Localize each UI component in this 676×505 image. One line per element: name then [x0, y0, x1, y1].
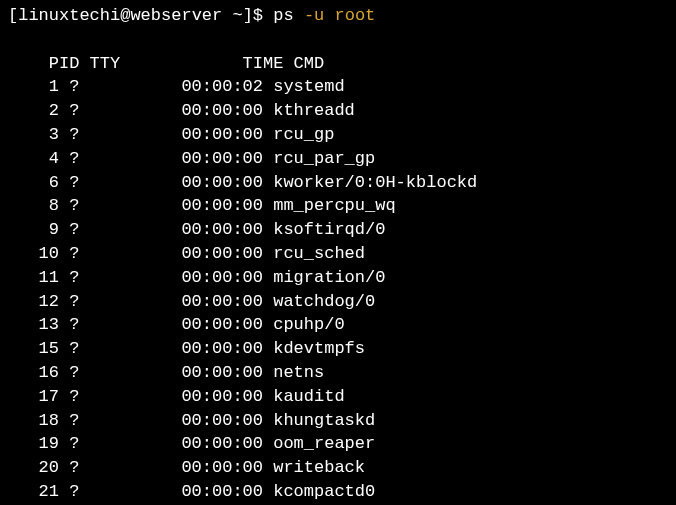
cmd-value: kthreadd [263, 99, 355, 123]
tty-value: ? [59, 75, 100, 99]
tty-value: ? [59, 313, 100, 337]
time-value: 00:00:00 [100, 99, 263, 123]
prompt-dollar: $ [253, 4, 273, 28]
cmd-value: rcu_sched [263, 242, 365, 266]
cmd-value: kdevtmpfs [263, 337, 365, 361]
time-value: 00:00:00 [100, 290, 263, 314]
tty-value: ? [59, 361, 100, 385]
pid-value: 6 [8, 171, 59, 195]
cmd-value: cpuhp/0 [263, 313, 345, 337]
cmd-value: kauditd [263, 385, 345, 409]
table-row: 20?00:00:00writeback [8, 456, 668, 480]
table-row: 16?00:00:00netns [8, 361, 668, 385]
cmd-value: writeback [263, 456, 365, 480]
header-cmd: CMD [283, 52, 324, 76]
pid-value: 19 [8, 432, 59, 456]
pid-value: 15 [8, 337, 59, 361]
header-tty: TTY [79, 52, 120, 76]
pid-value: 17 [8, 385, 59, 409]
prompt-user-host: linuxtechi@webserver [18, 4, 222, 28]
ps-output-header: PIDTTYTIMECMD [8, 28, 668, 76]
prompt-close-bracket: ] [243, 4, 253, 28]
ps-output-rows: 1?00:00:02systemd2?00:00:00kthreadd3?00:… [8, 75, 668, 505]
table-row: 8?00:00:00mm_percpu_wq [8, 194, 668, 218]
time-value: 00:00:00 [100, 266, 263, 290]
cmd-value: mm_percpu_wq [263, 194, 396, 218]
table-row: 18?00:00:00khungtaskd [8, 409, 668, 433]
time-value: 00:00:00 [100, 337, 263, 361]
time-value: 00:00:00 [100, 432, 263, 456]
table-row: 13?00:00:00cpuhp/0 [8, 313, 668, 337]
tty-value: ? [59, 99, 100, 123]
table-row: 21?00:00:00kcompactd0 [8, 480, 668, 504]
shell-prompt[interactable]: [linuxtechi@webserver ~]$ ps -u root [8, 4, 668, 28]
pid-value: 10 [8, 242, 59, 266]
time-value: 00:00:00 [100, 480, 263, 504]
tty-value: ? [59, 242, 100, 266]
cmd-value: kworker/0:0H-kblockd [263, 171, 477, 195]
tty-value: ? [59, 218, 100, 242]
command-ps: ps [273, 4, 304, 28]
table-row: 11?00:00:00migration/0 [8, 266, 668, 290]
table-row: 4?00:00:00rcu_par_gp [8, 147, 668, 171]
table-row: 17?00:00:00kauditd [8, 385, 668, 409]
cmd-value: netns [263, 361, 324, 385]
pid-value: 16 [8, 361, 59, 385]
tty-value: ? [59, 266, 100, 290]
tty-value: ? [59, 409, 100, 433]
tty-value: ? [59, 123, 100, 147]
header-time: TIME [120, 52, 283, 76]
cmd-value: ksoftirqd/0 [263, 218, 385, 242]
time-value: 00:00:00 [100, 218, 263, 242]
pid-value: 11 [8, 266, 59, 290]
table-row: 6?00:00:00kworker/0:0H-kblockd [8, 171, 668, 195]
table-row: 12?00:00:00watchdog/0 [8, 290, 668, 314]
time-value: 00:00:00 [100, 242, 263, 266]
time-value: 00:00:00 [100, 123, 263, 147]
table-row: 19?00:00:00oom_reaper [8, 432, 668, 456]
command-args: -u root [304, 4, 375, 28]
cmd-value: migration/0 [263, 266, 385, 290]
tty-value: ? [59, 385, 100, 409]
table-row: 1?00:00:02systemd [8, 75, 668, 99]
pid-value: 2 [8, 99, 59, 123]
time-value: 00:00:00 [100, 361, 263, 385]
prompt-open-bracket: [ [8, 4, 18, 28]
time-value: 00:00:02 [100, 75, 263, 99]
time-value: 00:00:00 [100, 194, 263, 218]
cmd-value: rcu_gp [263, 123, 334, 147]
header-pid: PID [28, 52, 79, 76]
tty-value: ? [59, 456, 100, 480]
table-row: 2?00:00:00kthreadd [8, 99, 668, 123]
tty-value: ? [59, 171, 100, 195]
tty-value: ? [59, 194, 100, 218]
time-value: 00:00:00 [100, 171, 263, 195]
table-row: 3?00:00:00rcu_gp [8, 123, 668, 147]
prompt-path: ~ [222, 4, 242, 28]
pid-value: 13 [8, 313, 59, 337]
pid-value: 1 [8, 75, 59, 99]
cmd-value: kcompactd0 [263, 480, 375, 504]
tty-value: ? [59, 147, 100, 171]
time-value: 00:00:00 [100, 456, 263, 480]
time-value: 00:00:00 [100, 313, 263, 337]
tty-value: ? [59, 290, 100, 314]
cmd-value: khungtaskd [263, 409, 375, 433]
pid-value: 8 [8, 194, 59, 218]
tty-value: ? [59, 480, 100, 504]
time-value: 00:00:00 [100, 147, 263, 171]
cmd-value: systemd [263, 75, 345, 99]
cmd-value: watchdog/0 [263, 290, 375, 314]
pid-value: 3 [8, 123, 59, 147]
tty-value: ? [59, 432, 100, 456]
tty-value: ? [59, 337, 100, 361]
table-row: 10?00:00:00rcu_sched [8, 242, 668, 266]
table-row: 15?00:00:00kdevtmpfs [8, 337, 668, 361]
time-value: 00:00:00 [100, 385, 263, 409]
table-row: 9?00:00:00ksoftirqd/0 [8, 218, 668, 242]
pid-value: 21 [8, 480, 59, 504]
pid-value: 20 [8, 456, 59, 480]
pid-value: 4 [8, 147, 59, 171]
pid-value: 12 [8, 290, 59, 314]
pid-value: 9 [8, 218, 59, 242]
